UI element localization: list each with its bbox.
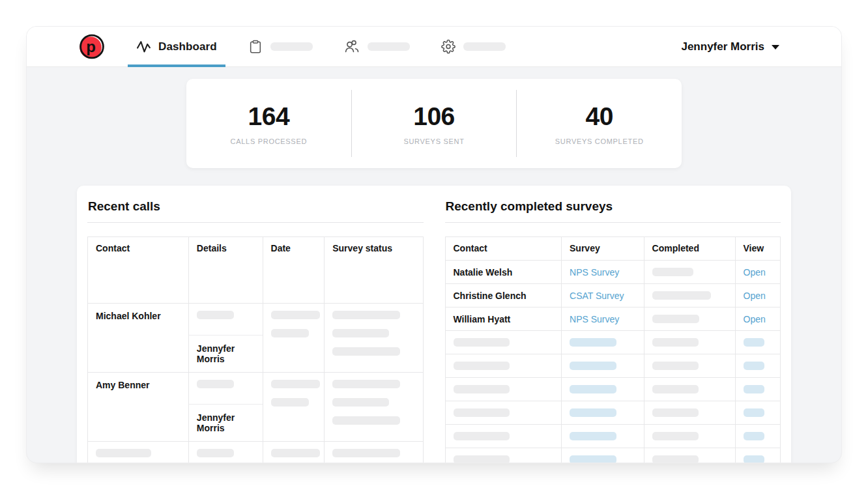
redacted-detail (197, 311, 234, 319)
redacted-status (332, 398, 389, 407)
stat-value: 106 (352, 102, 517, 131)
table-row (445, 425, 781, 448)
stats-card: 164 CALLS PROCESSED 106 SURVEYS SENT 40 … (186, 79, 682, 168)
call-details (188, 442, 263, 464)
completed-surveys-section: Recently completed surveys Contact Surve… (445, 199, 781, 463)
redacted-status (332, 449, 400, 457)
redacted-open-link (744, 432, 764, 440)
table-row: William Hyatt NPS Survey Open (445, 307, 781, 331)
redacted-status (332, 416, 400, 425)
column-header: View (735, 237, 780, 261)
gear-icon (441, 39, 456, 54)
survey-contact: William Hyatt (445, 307, 562, 331)
waveform-icon (136, 38, 152, 55)
survey-link[interactable]: NPS Survey (570, 267, 619, 278)
redacted-contact (454, 362, 510, 370)
user-menu[interactable]: Jennyfer Morris (681, 40, 779, 53)
recent-calls-section: Recent calls Contact Details Date Survey… (87, 199, 424, 463)
brand-logo[interactable]: p (78, 33, 106, 61)
call-contact: Michael Kohler (88, 304, 189, 373)
top-nav: p Dashboard (27, 27, 841, 67)
stat-label: SURVEYS COMPLETED (517, 137, 682, 145)
redacted-contact (454, 455, 510, 463)
tab-dashboard[interactable]: Dashboard (128, 27, 225, 67)
clipboard-icon (248, 39, 263, 54)
tab-placeholder-settings[interactable] (433, 27, 514, 67)
survey-completed (644, 307, 735, 331)
recent-calls-table: Contact Details Date Survey status Micha… (87, 236, 424, 463)
redacted-completed (652, 315, 699, 323)
completed-surveys-table: Contact Survey Completed View Natalie We… (445, 236, 781, 463)
column-header: Survey status (325, 237, 423, 304)
stat-surveys-completed: 40 SURVEYS COMPLETED (517, 102, 682, 145)
tab-placeholder-label (463, 42, 506, 51)
column-header: Details (188, 237, 263, 304)
call-survey-status (325, 304, 423, 373)
redacted-detail (197, 380, 234, 388)
redacted-date (271, 329, 309, 337)
tab-placeholder-contacts[interactable] (336, 27, 418, 67)
redacted-open-link (744, 362, 764, 370)
redacted-completed (652, 268, 693, 276)
survey-link-cell: CSAT Survey (562, 284, 644, 307)
svg-text:p: p (86, 37, 96, 55)
survey-link-cell: NPS Survey (562, 261, 644, 284)
call-contact: Amy Benner (88, 373, 189, 442)
redacted-date (271, 449, 320, 457)
redacted-contact (454, 385, 510, 393)
call-survey-status (325, 373, 423, 442)
redacted-completed (652, 385, 699, 393)
table-row: Michael Kohler Jennyfer Morris (88, 304, 424, 373)
redacted-survey-link (570, 385, 616, 393)
redacted-open-link (744, 338, 764, 347)
call-details: Jennyfer Morris (188, 304, 263, 373)
redacted-survey-link (570, 455, 616, 463)
column-header: Date (263, 237, 325, 304)
open-link[interactable]: Open (744, 267, 766, 278)
stat-calls-processed: 164 CALLS PROCESSED (186, 102, 351, 145)
survey-link[interactable]: NPS Survey (570, 314, 619, 324)
redacted-survey-link (570, 408, 616, 417)
survey-view-cell: Open (735, 284, 780, 307)
stat-value: 40 (517, 102, 682, 131)
table-row: Christine Glench CSAT Survey Open (445, 284, 781, 307)
chevron-down-icon (772, 45, 779, 50)
survey-view-cell: Open (735, 307, 780, 331)
open-link[interactable]: Open (744, 291, 766, 301)
column-header: Contact (88, 237, 189, 304)
redacted-status (332, 347, 400, 356)
table-row (445, 331, 781, 354)
tab-placeholder-notes[interactable] (240, 27, 321, 67)
stat-value: 164 (186, 102, 351, 131)
redacted-open-link (744, 455, 764, 463)
call-date (263, 373, 325, 442)
column-header: Completed (644, 237, 735, 261)
survey-contact: Natalie Welsh (445, 261, 562, 284)
redacted-date (271, 398, 309, 407)
column-header: Survey (562, 237, 644, 261)
table-header-row: Contact Details Date Survey status (88, 237, 424, 304)
stat-surveys-sent: 106 SURVEYS SENT (352, 102, 517, 145)
logo-icon: p (78, 33, 106, 61)
completed-surveys-title: Recently completed surveys (445, 199, 781, 223)
column-header: Contact (445, 237, 562, 261)
redacted-completed (652, 362, 699, 370)
app-window: p Dashboard (26, 26, 842, 463)
redacted-completed (652, 455, 699, 463)
tab-placeholder-label (270, 42, 313, 51)
redacted-status (332, 311, 400, 319)
call-date (263, 442, 325, 464)
table-row (88, 442, 424, 464)
call-agent: Jennyfer Morris (189, 405, 263, 441)
survey-link[interactable]: CSAT Survey (570, 291, 624, 301)
survey-view-cell: Open (735, 261, 780, 284)
open-link[interactable]: Open (744, 314, 766, 324)
user-name: Jennyfer Morris (681, 40, 764, 53)
redacted-completed (652, 432, 699, 440)
redacted-open-link (744, 408, 764, 417)
tab-dashboard-label: Dashboard (158, 40, 217, 53)
survey-contact: Christine Glench (445, 284, 562, 307)
redacted-survey-link (570, 432, 616, 440)
table-row (445, 354, 781, 378)
redacted-contact (96, 449, 151, 457)
